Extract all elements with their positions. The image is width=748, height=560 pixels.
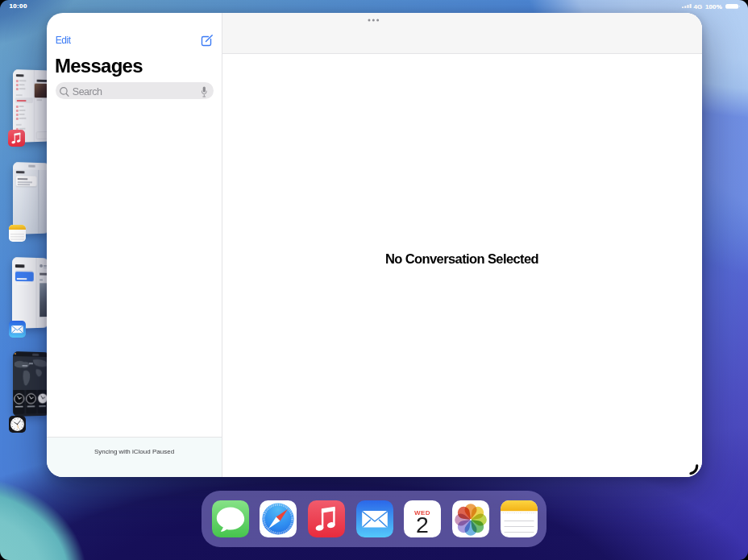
svg-text:2: 2 — [416, 512, 429, 537]
